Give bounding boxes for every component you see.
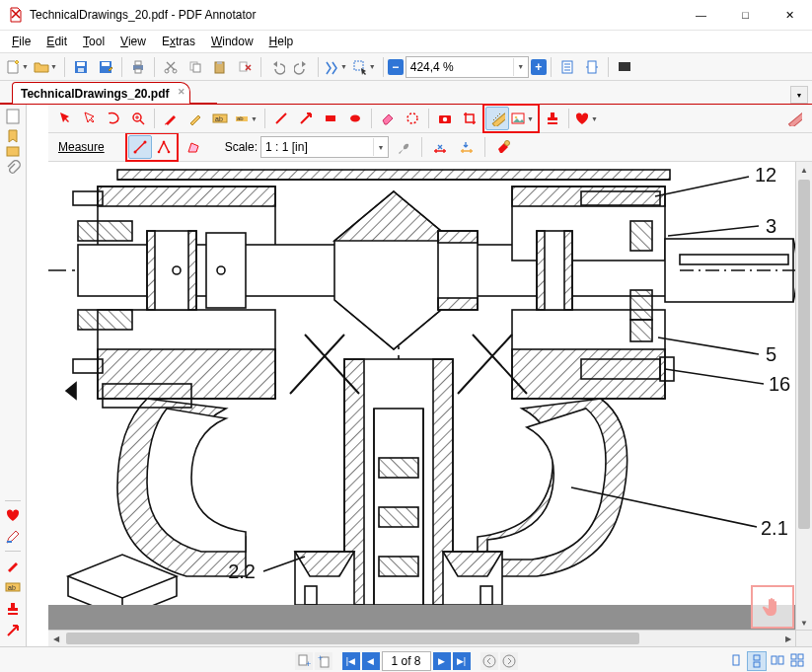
insert-page-after-button[interactable]: +	[315, 652, 332, 670]
measure-label[interactable]: Measure	[52, 138, 111, 156]
page-canvas[interactable]: 12 3 5 16 2.1 2.2	[48, 162, 801, 605]
text-highlight-tool[interactable]: ab▼	[233, 107, 260, 130]
measure-perimeter-tool[interactable]	[152, 135, 176, 159]
tool-pen-blue-icon[interactable]	[5, 529, 21, 545]
horizontal-scroll-thumb[interactable]	[66, 633, 639, 644]
attachments-icon[interactable]	[5, 160, 21, 176]
two-page-view-button[interactable]	[769, 651, 786, 669]
pan-hint-icon[interactable]	[751, 585, 794, 629]
scale-combo[interactable]: ▼	[260, 136, 389, 158]
zoom-in-button[interactable]: +	[531, 59, 547, 75]
stamp-red-icon[interactable]	[5, 601, 21, 617]
snapshot-tool[interactable]	[433, 107, 457, 130]
scroll-up-button[interactable]: ▲	[796, 162, 812, 178]
pen-tool[interactable]	[159, 107, 183, 130]
document-view[interactable]: 12 3 5 16 2.1 2.2 ▲ ▼ ◀	[48, 162, 812, 646]
scroll-right-button[interactable]: ▶	[780, 631, 796, 646]
measure-options-button[interactable]	[491, 135, 515, 159]
minimize-button[interactable]: —	[679, 0, 723, 30]
fullscreen-button[interactable]	[613, 55, 636, 79]
paste-button[interactable]	[208, 55, 232, 79]
menu-edit[interactable]: Edit	[38, 33, 75, 50]
crop-tool[interactable]	[458, 107, 481, 130]
marker-tool[interactable]	[184, 107, 207, 130]
bookmarks-icon[interactable]	[5, 128, 21, 144]
scroll-left-button[interactable]: ◀	[48, 631, 64, 646]
page-thumbnail-icon[interactable]	[6, 109, 20, 124]
ellipse-tool[interactable]	[343, 107, 367, 130]
line-tool[interactable]	[269, 107, 293, 130]
menu-extras[interactable]: Extras	[154, 33, 203, 50]
calibrate-x-button[interactable]	[428, 135, 452, 159]
next-page-button[interactable]: ▶	[433, 652, 451, 670]
single-page-view-button[interactable]	[727, 651, 745, 669]
pen-red-icon[interactable]	[5, 558, 21, 573]
continuous-view-button[interactable]	[747, 651, 767, 671]
redo-button[interactable]	[290, 55, 314, 79]
zoom-tool[interactable]	[126, 107, 150, 130]
annotations-panel-icon[interactable]	[5, 144, 21, 160]
menu-file[interactable]: File	[4, 33, 38, 50]
arrow-tool[interactable]	[294, 107, 318, 130]
fit-page-button[interactable]	[555, 55, 579, 79]
arrow-red-icon[interactable]	[5, 623, 21, 638]
nav-forward-button[interactable]	[500, 652, 518, 670]
delete-button[interactable]	[233, 55, 257, 79]
fit-width-button[interactable]	[580, 55, 604, 79]
scale-dropdown-arrow[interactable]: ▼	[373, 138, 388, 156]
measure-area-tool[interactable]	[182, 135, 205, 159]
measure-tool[interactable]	[485, 107, 509, 130]
favorite-heart-icon[interactable]	[5, 507, 21, 523]
save-as-button[interactable]	[94, 55, 117, 79]
pointer-tool[interactable]	[52, 107, 76, 130]
rectangle-tool[interactable]	[319, 107, 342, 130]
new-doc-button[interactable]: ▼	[4, 55, 32, 79]
scale-settings-button[interactable]	[392, 135, 415, 159]
calibrate-y-button[interactable]	[455, 135, 479, 159]
maximize-button[interactable]: □	[723, 0, 768, 30]
last-page-button[interactable]: ▶|	[453, 652, 471, 670]
zoom-dropdown-arrow[interactable]: ▼	[513, 58, 528, 76]
horizontal-scrollbar[interactable]: ◀ ▶	[48, 630, 796, 646]
undo-button[interactable]	[265, 55, 289, 79]
tab-close-icon[interactable]: ✕	[178, 87, 185, 97]
menu-tool[interactable]: Tool	[75, 33, 112, 50]
favorites-dropdown[interactable]: ▼	[573, 107, 601, 130]
zoom-input[interactable]	[406, 58, 513, 76]
stamp-tool[interactable]	[541, 107, 564, 130]
zoom-combo[interactable]: ▼	[406, 56, 529, 78]
document-tab[interactable]: TechnicalDrawings_20.pdf ✕	[12, 82, 190, 104]
pointer-alt-tool[interactable]	[77, 107, 101, 130]
image-tool[interactable]: ▼	[509, 107, 537, 130]
insert-page-before-button[interactable]: +	[295, 652, 313, 670]
erase-area-tool[interactable]	[401, 107, 424, 130]
zoom-out-button[interactable]: −	[388, 59, 404, 75]
menu-view[interactable]: View	[112, 33, 154, 50]
first-page-button[interactable]: |◀	[342, 652, 360, 670]
select-button[interactable]: ▼	[351, 55, 379, 79]
measure-distance-tool[interactable]	[128, 135, 152, 159]
scale-input[interactable]	[261, 138, 373, 156]
copy-button[interactable]	[184, 55, 207, 79]
tab-menu-button[interactable]: ▼	[790, 86, 808, 104]
textbox-ab-icon[interactable]: ab	[5, 579, 21, 595]
open-button[interactable]: ▼	[33, 55, 60, 79]
prev-page-button[interactable]: ◀	[362, 652, 380, 670]
close-button[interactable]: ✕	[768, 0, 812, 30]
eraser-tool[interactable]	[376, 107, 400, 130]
ruler-icon[interactable]	[782, 107, 806, 130]
find-button[interactable]: ▼	[323, 55, 350, 79]
two-page-continuous-button[interactable]	[788, 651, 806, 669]
vertical-scroll-thumb[interactable]	[798, 180, 810, 529]
save-button[interactable]	[69, 55, 93, 79]
nav-back-button[interactable]	[480, 652, 498, 670]
cut-button[interactable]	[159, 55, 183, 79]
scroll-down-button[interactable]: ▼	[796, 615, 812, 631]
text-tool[interactable]: ab	[208, 107, 232, 130]
menu-window[interactable]: Window	[203, 33, 261, 50]
lasso-tool[interactable]	[102, 107, 125, 130]
menu-help[interactable]: Help	[261, 33, 302, 50]
vertical-scrollbar[interactable]: ▲ ▼	[795, 162, 812, 631]
print-button[interactable]	[126, 55, 150, 79]
page-number-input[interactable]	[382, 651, 431, 671]
